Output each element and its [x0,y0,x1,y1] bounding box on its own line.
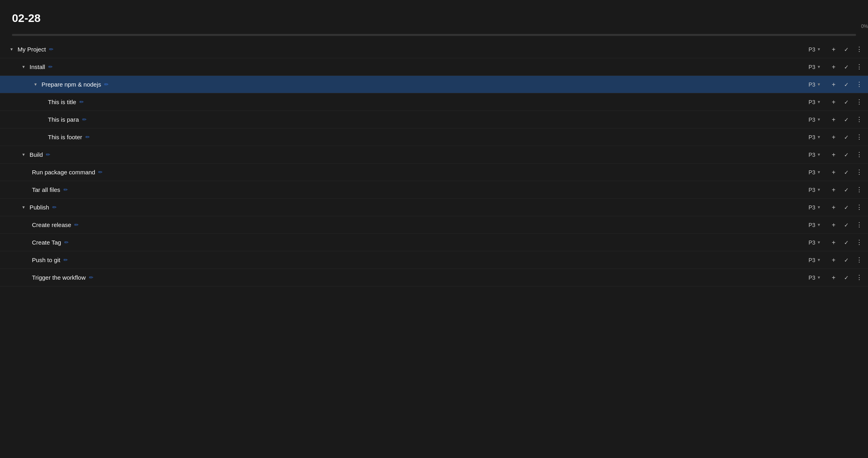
priority-chevron-icon: ▼ [817,275,821,280]
priority-badge[interactable]: P3 ▼ [809,116,821,123]
add-button[interactable]: + [829,203,838,212]
priority-badge[interactable]: P3 ▼ [809,152,821,158]
check-button[interactable]: ✓ [842,132,851,142]
edit-icon[interactable]: ✏ [74,222,79,228]
add-button[interactable]: + [829,62,838,72]
add-button[interactable]: + [829,255,838,265]
tree-row[interactable]: Tar all files ✏ P3 ▼ + ✓ ⋮ [0,181,868,199]
check-button[interactable]: ✓ [842,203,851,212]
add-button[interactable]: + [829,168,838,177]
edit-icon[interactable]: ✏ [46,152,50,158]
tree-row[interactable]: Build ✏ P3 ▼ + ✓ ⋮ [0,146,868,164]
add-button[interactable]: + [829,238,838,247]
priority-badge[interactable]: P3 ▼ [809,274,821,281]
priority-chevron-icon: ▼ [817,65,821,69]
add-button[interactable]: + [829,185,838,195]
check-button[interactable]: ✓ [842,168,851,177]
edit-icon[interactable]: ✏ [48,64,53,70]
more-button[interactable]: ⋮ [854,203,864,212]
check-button[interactable]: ✓ [842,115,851,124]
chevron-icon[interactable] [20,204,27,211]
add-button[interactable]: + [829,45,838,54]
tree-row[interactable]: Run package command ✏ P3 ▼ + ✓ ⋮ [0,164,868,181]
tree-row[interactable]: Push to git ✏ P3 ▼ + ✓ ⋮ [0,251,868,269]
check-button[interactable]: ✓ [842,97,851,107]
check-button[interactable]: ✓ [842,45,851,54]
progress-percent: 0% [861,24,868,29]
edit-icon[interactable]: ✏ [82,116,87,122]
tree-row[interactable]: Publish ✏ P3 ▼ + ✓ ⋮ [0,199,868,216]
chevron-icon[interactable] [20,151,27,158]
edit-icon[interactable]: ✏ [64,239,69,245]
priority-label: P3 [809,99,815,105]
chevron-icon[interactable] [20,63,27,71]
tree-row[interactable]: Create Tag ✏ P3 ▼ + ✓ ⋮ [0,234,868,251]
tree-row[interactable]: This is title ✏ P3 ▼ + ✓ ⋮ [0,93,868,111]
item-label: Prepare npm & nodejs [42,81,101,88]
more-button[interactable]: ⋮ [854,185,864,195]
add-button[interactable]: + [829,115,838,124]
more-button[interactable]: ⋮ [854,132,864,142]
check-button[interactable]: ✓ [842,273,851,282]
edit-icon[interactable]: ✏ [52,204,57,210]
priority-badge[interactable]: P3 ▼ [809,257,821,263]
check-button[interactable]: ✓ [842,185,851,195]
edit-icon[interactable]: ✏ [104,81,109,87]
tree-row[interactable]: My Project ✏ P3 ▼ + ✓ ⋮ [0,41,868,58]
add-button[interactable]: + [829,80,838,89]
more-button[interactable]: ⋮ [854,45,864,54]
chevron-icon[interactable] [8,46,15,53]
priority-badge[interactable]: P3 ▼ [809,187,821,193]
tree-row[interactable]: Prepare npm & nodejs ✏ P3 ▼ + ✓ ⋮ [0,76,868,93]
tree-row[interactable]: Create release ✏ P3 ▼ + ✓ ⋮ [0,216,868,234]
item-label: This is footer [48,134,82,140]
priority-badge[interactable]: P3 ▼ [809,222,821,228]
check-button[interactable]: ✓ [842,80,851,89]
priority-badge[interactable]: P3 ▼ [809,169,821,176]
chevron-icon[interactable] [32,81,39,88]
priority-label: P3 [809,64,815,70]
more-button[interactable]: ⋮ [854,255,864,265]
more-button[interactable]: ⋮ [854,97,864,107]
edit-icon[interactable]: ✏ [98,169,103,175]
priority-badge[interactable]: P3 ▼ [809,239,821,246]
more-button[interactable]: ⋮ [854,168,864,177]
edit-icon[interactable]: ✏ [89,274,93,280]
priority-label: P3 [809,46,815,53]
tree-row[interactable]: Trigger the workflow ✏ P3 ▼ + ✓ ⋮ [0,269,868,286]
more-button[interactable]: ⋮ [854,273,864,282]
check-button[interactable]: ✓ [842,255,851,265]
item-label: My Project [18,46,46,53]
add-button[interactable]: + [829,97,838,107]
more-button[interactable]: ⋮ [854,238,864,247]
tree-row[interactable]: This is para ✏ P3 ▼ + ✓ ⋮ [0,111,868,128]
priority-badge[interactable]: P3 ▼ [809,99,821,105]
add-button[interactable]: + [829,150,838,160]
priority-badge[interactable]: P3 ▼ [809,64,821,70]
priority-badge[interactable]: P3 ▼ [809,204,821,211]
more-button[interactable]: ⋮ [854,150,864,160]
add-button[interactable]: + [829,273,838,282]
check-button[interactable]: ✓ [842,238,851,247]
edit-icon[interactable]: ✏ [79,99,84,105]
more-button[interactable]: ⋮ [854,220,864,230]
tree-row[interactable]: Install ✏ P3 ▼ + ✓ ⋮ [0,58,868,76]
edit-icon[interactable]: ✏ [49,46,54,52]
more-button[interactable]: ⋮ [854,80,864,89]
edit-icon[interactable]: ✏ [85,134,90,140]
item-label: This is title [48,99,76,105]
check-button[interactable]: ✓ [842,62,851,72]
priority-badge[interactable]: P3 ▼ [809,46,821,53]
more-button[interactable]: ⋮ [854,115,864,124]
add-button[interactable]: + [829,220,838,230]
add-button[interactable]: + [829,132,838,142]
priority-label: P3 [809,222,815,228]
edit-icon[interactable]: ✏ [63,257,68,263]
more-button[interactable]: ⋮ [854,62,864,72]
check-button[interactable]: ✓ [842,220,851,230]
tree-row[interactable]: This is footer ✏ P3 ▼ + ✓ ⋮ [0,128,868,146]
check-button[interactable]: ✓ [842,150,851,160]
edit-icon[interactable]: ✏ [63,187,68,193]
priority-badge[interactable]: P3 ▼ [809,81,821,88]
priority-badge[interactable]: P3 ▼ [809,134,821,140]
